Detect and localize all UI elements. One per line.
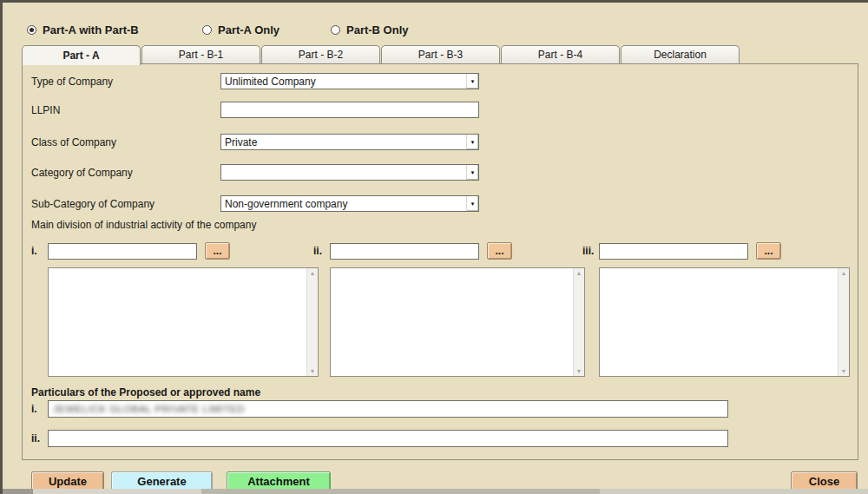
item-number-label: ii. (313, 245, 330, 257)
radio-selected-icon (27, 25, 36, 35)
particulars-section-label: Particulars of the Proposed or approved … (31, 386, 260, 398)
part-a-panel: Type of Company Unlimited Company ▼ LLPI… (22, 63, 858, 460)
main-division-code-input-1[interactable] (48, 243, 197, 260)
proposed-name-row-2: ii. (31, 430, 728, 447)
class-of-company-label: Class of Company (31, 136, 116, 148)
tab-part-b4[interactable]: Part - B-4 (501, 45, 620, 63)
main-division-col-3: iii. ... ▲ ▼ (582, 242, 850, 377)
radio-label: Part-A with Part-B (43, 23, 139, 36)
category-of-company-label: Category of Company (31, 167, 133, 179)
radio-part-b-only[interactable]: Part-B Only (331, 23, 409, 36)
form-window: Part-A with Part-B Part-A Only Part-B On… (0, 0, 868, 494)
item-number-label: ii. (31, 432, 48, 445)
proposed-name-row-1: i. JEWELICK GLOBAL PRIVATE LIMITED (31, 400, 728, 418)
chevron-down-icon[interactable]: ▼ (466, 135, 478, 149)
radio-unselected-icon (202, 25, 212, 35)
sub-category-of-company-label: Sub-Category of Company (31, 198, 155, 210)
item-number-label: iii. (582, 245, 599, 257)
type-of-company-select[interactable]: Unlimited Company ▼ (220, 73, 479, 89)
radio-label: Part-A Only (218, 23, 279, 36)
tab-part-a[interactable]: Part - A (22, 45, 141, 65)
tab-bar: Part - A Part - B-1 Part - B-2 Part - B-… (22, 45, 740, 64)
item-number-label: i. (31, 245, 48, 257)
radio-part-a-with-part-b[interactable]: Part-A with Part-B (27, 23, 139, 36)
scroll-down-icon[interactable]: ▼ (576, 368, 582, 374)
radio-label: Part-B Only (346, 23, 409, 36)
proposed-name-input-2[interactable] (48, 430, 728, 447)
llpin-input[interactable] (220, 102, 479, 118)
tab-declaration[interactable]: Declaration (621, 45, 740, 63)
sub-category-of-company-value: Non-government company (221, 198, 466, 210)
scroll-up-icon[interactable]: ▲ (576, 270, 582, 276)
sub-category-of-company-select[interactable]: Non-government company ▼ (220, 195, 479, 212)
textarea-content[interactable] (600, 268, 838, 376)
tab-part-b3[interactable]: Part - B-3 (381, 45, 500, 63)
tab-part-b1[interactable]: Part - B-1 (141, 45, 260, 63)
textarea-content[interactable] (49, 268, 306, 376)
main-division-description-2[interactable]: ▲ ▼ (330, 267, 585, 377)
main-division-description-1[interactable]: ▲ ▼ (48, 267, 319, 377)
llpin-label: LLPIN (31, 104, 60, 116)
main-division-col-1: i. ... ▲ ▼ (31, 242, 319, 377)
scroll-up-icon[interactable]: ▲ (841, 270, 847, 276)
class-of-company-select[interactable]: Private ▼ (220, 134, 479, 150)
scroll-down-icon[interactable]: ▼ (841, 368, 847, 374)
main-division-description-3[interactable]: ▲ ▼ (599, 267, 850, 377)
category-of-company-select[interactable]: ▼ (220, 164, 479, 181)
scrollbar[interactable]: ▲ ▼ (838, 268, 849, 376)
chevron-down-icon[interactable]: ▼ (466, 165, 478, 180)
class-of-company-value: Private (221, 136, 466, 148)
chevron-down-icon[interactable]: ▼ (466, 74, 478, 89)
main-division-section-label: Main division of industrial activity of … (31, 219, 256, 231)
window-bottom-edge (3, 489, 868, 494)
radio-unselected-icon (331, 25, 340, 35)
main-division-col-2: ii. ... ▲ ▼ (313, 242, 585, 377)
radio-part-a-only[interactable]: Part-A Only (202, 23, 279, 36)
browse-button-3[interactable]: ... (756, 242, 781, 260)
main-division-code-input-3[interactable] (599, 243, 748, 260)
textarea-content[interactable] (331, 268, 573, 376)
browse-button-2[interactable]: ... (487, 242, 512, 260)
type-of-company-label: Type of Company (31, 76, 113, 88)
item-number-label: i. (31, 403, 48, 415)
tab-part-b2[interactable]: Part - B-2 (261, 45, 380, 63)
chevron-down-icon[interactable]: ▼ (466, 196, 478, 211)
proposed-name-value-redacted: JEWELICK GLOBAL PRIVATE LIMITED (53, 404, 245, 414)
browse-button-1[interactable]: ... (205, 242, 230, 260)
type-of-company-value: Unlimited Company (221, 76, 466, 88)
main-division-code-input-2[interactable] (330, 243, 479, 260)
proposed-name-input-1[interactable]: JEWELICK GLOBAL PRIVATE LIMITED (48, 400, 728, 418)
